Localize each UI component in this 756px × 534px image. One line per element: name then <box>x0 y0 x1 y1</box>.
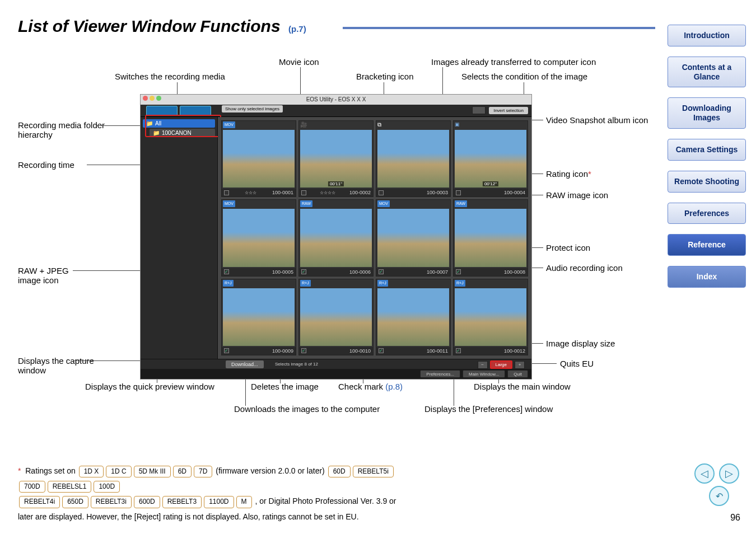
label-selects-cond: Selects the condition of the image <box>461 72 587 81</box>
download-button[interactable]: Download... <box>226 360 264 368</box>
zoom-controls: − Large + <box>478 360 525 369</box>
check-mark[interactable] <box>224 190 229 195</box>
check-mark[interactable] <box>379 190 384 195</box>
nav-remote-shooting[interactable]: Remote Shooting <box>668 171 746 193</box>
image-type-badge: MOV <box>377 200 390 207</box>
check-mark[interactable] <box>301 348 306 353</box>
page-title-ref[interactable]: (p.7) <box>288 24 306 34</box>
recording-time: 00'12" <box>483 181 498 186</box>
image-name: 100-0007 <box>427 269 448 275</box>
recording-time: 00'11" <box>328 181 344 186</box>
condition-selector[interactable] <box>472 106 486 114</box>
main-window-button[interactable]: Main Window... <box>463 370 505 378</box>
rating-stars: ☆☆☆☆ <box>320 190 335 195</box>
label-quits: Quits EU <box>560 359 594 368</box>
thumbnail[interactable]: ⧉100-0003 <box>376 120 451 197</box>
media-tab-2[interactable] <box>180 106 211 116</box>
label-raw-icon: RAW image icon <box>546 190 608 200</box>
nav-camera-settings[interactable]: Camera Settings <box>668 139 746 161</box>
pager: ◁ ▷ <box>694 463 739 484</box>
thumbnail[interactable]: RAW100-0006 <box>298 199 374 276</box>
media-tabs[interactable] <box>146 106 211 116</box>
label-bracketing: Bracketing icon <box>356 72 414 81</box>
image-type-badge: MOV <box>223 200 235 207</box>
thumbnail[interactable]: R+J100-0011 <box>376 279 451 355</box>
zoom-label[interactable]: Large <box>490 360 512 369</box>
image-name: 100-0001 <box>272 190 293 195</box>
thumbnail-grid: MOV☆☆☆100-0001🎥00'11"☆☆☆☆100-0002⧉100-00… <box>218 117 531 359</box>
check-mark[interactable] <box>301 269 306 274</box>
camera-chip: 600D <box>134 496 160 508</box>
camera-chip: REBELT3 <box>162 496 202 508</box>
tree-child[interactable]: 📁100CANON <box>150 129 215 137</box>
nav-contents[interactable]: Contents at a Glance <box>668 57 746 88</box>
label-downloads: Downloads the images to the computer <box>234 404 380 414</box>
preferences-button[interactable]: Preferences... <box>420 370 460 378</box>
video-snapshot-icon: ▣ <box>455 121 460 128</box>
camera-chip: 1D X <box>79 466 104 477</box>
nav-reference[interactable]: Reference <box>668 234 746 256</box>
label-check-mark: Check mark (p.8) <box>338 382 403 391</box>
check-mark[interactable] <box>224 269 229 274</box>
label-rec-media: Recording media folder hierarchy <box>18 120 108 139</box>
nav-downloading[interactable]: Downloading Images <box>668 97 746 129</box>
image-name: 100-0011 <box>427 348 448 354</box>
thumbnail[interactable]: MOV100-0005 <box>221 199 296 276</box>
thumbnail[interactable]: R+J100-0010 <box>298 279 374 355</box>
selection-info: Selects image 8 of 12 <box>275 362 318 367</box>
thumbnail[interactable]: ▣00'12"100-0004 <box>453 120 528 197</box>
check-mark[interactable] <box>224 348 229 353</box>
bracketing-icon: ⧉ <box>377 121 381 128</box>
label-video-snap: Video Snapshot album icon <box>546 115 658 125</box>
show-only-selected-button[interactable]: Show only selected images <box>222 105 283 113</box>
back-button[interactable]: ↶ <box>709 486 729 506</box>
camera-chip: 1D C <box>106 466 131 477</box>
label-deletes: Deletes the image <box>251 382 319 391</box>
thumbnail[interactable]: MOV100-0007 <box>376 199 451 276</box>
pager-back: ↶ <box>709 486 729 506</box>
zoom-out-button[interactable]: − <box>478 361 488 369</box>
quit-button[interactable]: Quit <box>507 370 528 378</box>
camera-chip: 5D Mk III <box>134 466 171 477</box>
folder-tree[interactable]: 📁All 📁100CANON <box>141 117 218 359</box>
label-raw-jpeg: RAW + JPEG image icon <box>18 266 85 285</box>
viewer-toolbar: Show only selected images Invert selecti… <box>141 105 531 117</box>
nav-preferences[interactable]: Preferences <box>668 203 746 224</box>
label-display-size: Image display size <box>546 339 615 348</box>
check-mark-ref[interactable]: (p.8) <box>385 382 403 391</box>
thumbnail[interactable]: MOV☆☆☆100-0001 <box>221 120 296 197</box>
page-title-text: List of Viewer Window Functions <box>18 17 281 35</box>
nav-introduction[interactable]: Introduction <box>668 25 746 46</box>
footnote: * Ratings set on 1D X1D C5D Mk III6D7D (… <box>18 465 399 523</box>
image-type-badge: RAW <box>455 200 467 207</box>
check-mark[interactable] <box>456 348 461 353</box>
check-mark[interactable] <box>379 269 384 274</box>
media-tab-1[interactable] <box>146 106 178 116</box>
label-capture: Displays the capture window <box>18 356 96 375</box>
next-page-button[interactable]: ▷ <box>719 463 739 484</box>
camera-chip: REBELT3i <box>91 496 132 508</box>
label-audio: Audio recording icon <box>546 263 623 273</box>
image-name: 100-0008 <box>504 269 525 275</box>
tree-root[interactable]: 📁All <box>143 119 215 128</box>
camera-chip: 700D <box>19 481 45 493</box>
traffic-lights <box>143 96 161 101</box>
invert-selection-button[interactable]: Invert selection <box>489 107 528 114</box>
nav-index[interactable]: Index <box>668 266 746 288</box>
check-mark[interactable] <box>301 190 306 195</box>
prev-page-button[interactable]: ◁ <box>694 463 715 484</box>
page-number: 96 <box>730 513 740 523</box>
thumbnail[interactable]: 🎥00'11"☆☆☆☆100-0002 <box>298 120 374 197</box>
check-mark[interactable] <box>379 348 384 353</box>
check-mark[interactable] <box>456 190 461 195</box>
thumbnail[interactable]: R+J100-0009 <box>221 279 296 355</box>
zoom-in-button[interactable]: + <box>515 361 525 369</box>
check-mark[interactable] <box>456 269 461 274</box>
label-quick-preview: Displays the quick preview window <box>85 382 214 391</box>
image-name: 100-0004 <box>504 190 525 195</box>
title-rule <box>343 27 655 29</box>
side-nav: Introduction Contents at a Glance Downlo… <box>668 25 746 288</box>
camera-chip: 650D <box>62 496 88 508</box>
thumbnail[interactable]: R+J100-0012 <box>453 279 528 355</box>
thumbnail[interactable]: RAW100-0008 <box>453 199 528 276</box>
